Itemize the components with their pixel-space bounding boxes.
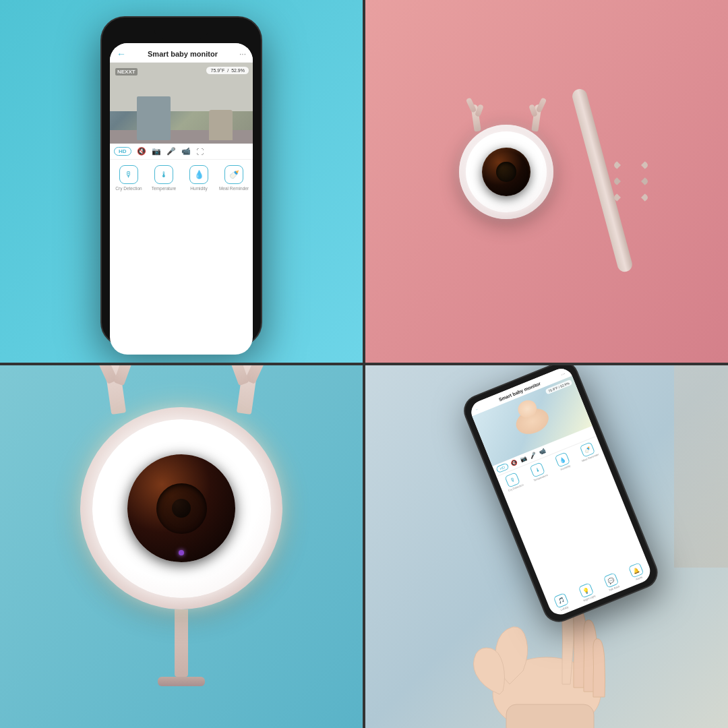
quadrant-top-right (365, 0, 728, 363)
screenshot-button[interactable]: 📷 (152, 147, 161, 156)
humidity-value: 52.9% (231, 68, 245, 73)
back-button[interactable]: ← (117, 49, 126, 59)
quadrant-top-left: ← Smart baby monitor ··· NEXXT 75.9°F / … (0, 0, 363, 363)
record-button[interactable]: 📹 (181, 147, 191, 156)
camera-ring-large (80, 407, 282, 609)
ps-more: ··· (560, 370, 567, 377)
hand-scene: ← Smart baby monitor ··· 75.9°F / 52.9% (365, 365, 728, 728)
more-button[interactable]: ··· (239, 49, 246, 59)
camera-device-mini (459, 125, 553, 219)
phone-screen: ← Smart baby monitor ··· NEXXT 75.9°F / … (110, 43, 253, 355)
antler-right-large (218, 365, 262, 414)
app-header: ← Smart baby monitor ··· (110, 43, 253, 63)
temperature-icon: 🌡 (154, 165, 173, 184)
nexxt-logo: NEXXT (115, 68, 138, 75)
cry-detection-icon: 🎙 (119, 165, 138, 184)
temp-humidity-overlay: 75.9°F / 52.9% (206, 67, 249, 74)
camera-base (158, 677, 205, 686)
app-title: Smart baby monitor (148, 50, 218, 58)
dresser (137, 96, 171, 140)
wrapped-camera (392, 26, 702, 336)
ps-cam: 📷 (519, 455, 528, 464)
temperature-label: Temperature (152, 186, 177, 191)
ps-alert-label: Alerts (636, 576, 643, 582)
meal-reminder-label: Meal Reminder (219, 186, 249, 191)
main-grid: ← Smart baby monitor ··· NEXXT 75.9°F / … (0, 0, 728, 728)
ps-mic: 🎤 (528, 451, 537, 460)
phone-mockup: ← Smart baby monitor ··· NEXXT 75.9°F / … (100, 16, 262, 346)
ps-mute: 🔇 (510, 459, 518, 468)
humidity-icon: 💧 (189, 165, 208, 184)
svg-rect-1 (506, 704, 594, 728)
quadrant-bottom-left (0, 365, 363, 728)
phone-notch (154, 26, 208, 39)
chair (209, 110, 233, 140)
antler-left (468, 94, 492, 131)
led-indicator (179, 550, 184, 555)
ps-rec: 📹 (538, 448, 547, 456)
lens-inner (156, 483, 207, 534)
ps-back: ← (475, 406, 479, 411)
features-grid: 🎙 Cry Detection 🌡 Temperature 💧 Humidity… (110, 160, 253, 355)
camera-stem (175, 609, 188, 677)
playback-controls: HD 🔇 📷 🎤 📹 ⛶ (110, 144, 253, 160)
humidity-label: Humidity (190, 186, 207, 191)
humidity-feature[interactable]: 💧 Humidity (183, 165, 215, 349)
separator: / (227, 68, 229, 73)
coils (614, 156, 648, 207)
antler-right (520, 94, 544, 131)
camera-feed: NEXXT 75.9°F / 52.9% (110, 63, 253, 144)
fullscreen-button[interactable]: ⛶ (196, 148, 204, 156)
cry-detection-label: Cry Detection (115, 186, 142, 191)
mic-button[interactable]: 🎤 (166, 147, 176, 156)
cry-detection-feature[interactable]: 🎙 Cry Detection (113, 165, 145, 349)
hd-badge[interactable]: HD (114, 147, 131, 156)
camera-glow (92, 419, 271, 598)
temperature-value: 75.9°F (210, 68, 224, 73)
meal-reminder-feature[interactable]: 🍼 Meal Reminder (218, 165, 250, 349)
camera-ring-white (466, 131, 547, 212)
mute-button[interactable]: 🔇 (137, 147, 146, 156)
quadrant-bottom-right: ← Smart baby monitor ··· 75.9°F / 52.9% (365, 365, 728, 728)
camera-device-large (80, 407, 282, 686)
baby-figure (512, 404, 552, 438)
camera-lens (482, 148, 530, 196)
meal-reminder-icon: 🍼 (224, 165, 243, 184)
lens-core (172, 499, 191, 518)
camera-lens-large (127, 454, 235, 562)
antler-left-large (100, 365, 144, 414)
camera-ring (459, 125, 553, 219)
temperature-feature[interactable]: 🌡 Temperature (148, 165, 180, 349)
